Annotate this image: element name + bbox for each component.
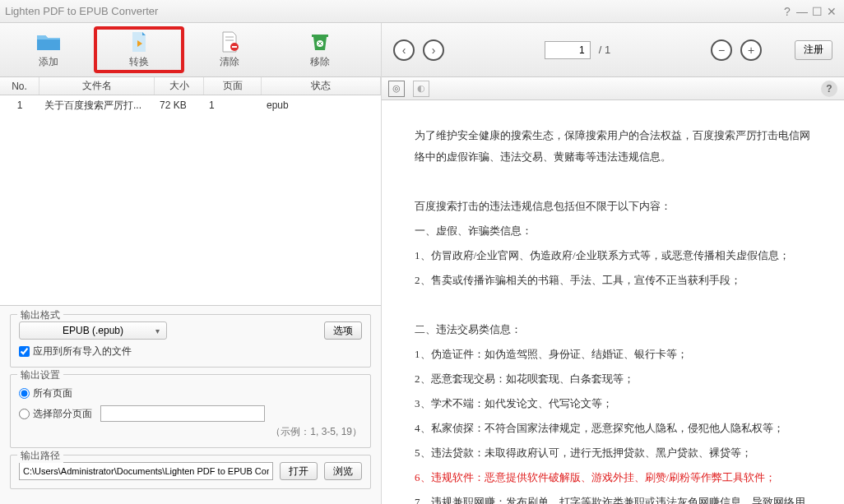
folder-add-icon [35, 30, 62, 53]
preview-mode-bar: ◎ ◐ ? [382, 77, 844, 100]
file-list: 1 关于百度搜索严厉打... 72 KB 1 epub [0, 95, 381, 305]
remove-button[interactable]: 移除 [275, 26, 365, 73]
preview-toolbar: ‹ › / 1 − + 注册 [382, 23, 844, 77]
output-path-group: 输出路径 打开 浏览 [10, 455, 371, 489]
page-number-input[interactable] [545, 41, 591, 59]
register-button[interactable]: 注册 [795, 40, 832, 60]
add-button[interactable]: 添加 [3, 26, 94, 73]
format-select[interactable]: EPUB (.epub) [19, 321, 167, 340]
col-page[interactable]: 页面 [204, 77, 262, 95]
options-button[interactable]: 选项 [324, 321, 362, 340]
clear-button[interactable]: 清除 [184, 26, 275, 73]
apply-all-checkbox[interactable]: 应用到所有导入的文件 [19, 344, 362, 358]
path-input[interactable] [19, 462, 273, 480]
minimize-icon[interactable]: — [795, 5, 809, 18]
table-header: No. 文件名 大小 页面 状态 [0, 77, 381, 95]
table-row[interactable]: 1 关于百度搜索严厉打... 72 KB 1 epub [0, 95, 381, 115]
select-pages-radio[interactable]: 选择部分页面 [19, 405, 362, 422]
file-clear-icon [216, 30, 243, 53]
range-example: （示例：1, 3-5, 19） [19, 425, 362, 439]
browse-button[interactable]: 浏览 [324, 462, 362, 480]
page-range-input[interactable] [100, 405, 265, 422]
main-toolbar: 添加 转换 清除 移除 [0, 23, 381, 77]
svg-rect-4 [312, 35, 328, 37]
preview-content: 为了维护安全健康的搜索生态，保障搜索用户的合法权益，百度搜索严厉打击电信网络中的… [382, 100, 844, 504]
col-size[interactable]: 大小 [155, 77, 204, 95]
output-settings-group: 输出设置 所有页面 选择部分页面 （示例：1, 3-5, 19） [10, 374, 371, 448]
app-title: Lighten PDF to EPUB Converter [5, 5, 780, 17]
trash-icon [307, 30, 333, 53]
camera-icon[interactable]: ◎ [388, 81, 405, 97]
output-format-group: 输出格式 EPUB (.epub) 选项 应用到所有导入的文件 [10, 314, 371, 368]
open-button[interactable]: 打开 [280, 462, 318, 480]
zoom-in-button[interactable]: + [740, 39, 762, 61]
col-no[interactable]: No. [0, 77, 39, 95]
col-name[interactable]: 文件名 [39, 77, 155, 95]
zoom-out-button[interactable]: − [711, 39, 732, 61]
prev-page-button[interactable]: ‹ [393, 39, 415, 61]
titlebar: Lighten PDF to EPUB Converter ? — ☐ ✕ [0, 0, 844, 23]
next-page-button[interactable]: › [423, 39, 444, 61]
maximize-icon[interactable]: ☐ [809, 5, 824, 18]
all-pages-radio[interactable]: 所有页面 [19, 386, 362, 400]
file-convert-icon [126, 30, 152, 53]
convert-button[interactable]: 转换 [94, 26, 184, 73]
help-circle-icon[interactable]: ? [821, 81, 837, 97]
page-total: / 1 [599, 44, 610, 56]
close-icon[interactable]: ✕ [824, 5, 839, 18]
crop-icon[interactable]: ◐ [413, 81, 429, 97]
col-status[interactable]: 状态 [262, 77, 381, 95]
help-icon[interactable]: ? [780, 5, 795, 18]
